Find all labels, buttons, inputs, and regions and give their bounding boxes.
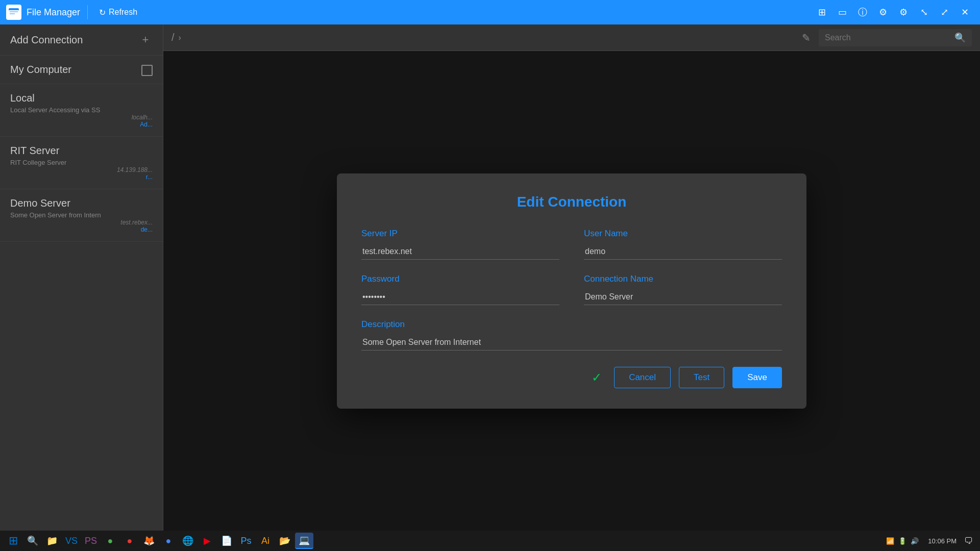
password-field: Password bbox=[361, 274, 559, 305]
user-name-field: User Name bbox=[584, 229, 782, 260]
my-computer-label: My Computer bbox=[10, 64, 71, 76]
server-ip-field: Server IP bbox=[361, 229, 559, 260]
search-taskbar-button[interactable]: 🔍 bbox=[23, 533, 42, 549]
test-button[interactable]: Test bbox=[679, 367, 724, 388]
taskbar-app-file-explorer[interactable]: 📁 bbox=[43, 533, 61, 549]
taskbar-app-ps[interactable]: PS bbox=[82, 533, 100, 549]
content-toolbar: / › ✎ 🔍 bbox=[163, 24, 980, 51]
cancel-button[interactable]: Cancel bbox=[614, 367, 671, 388]
description-input[interactable] bbox=[361, 335, 782, 350]
dialog-grid: Server IP User Name Password bbox=[361, 229, 782, 305]
taskbar-app-photoshop[interactable]: Ps bbox=[237, 533, 255, 549]
connection-name-label: Connection Name bbox=[584, 274, 782, 284]
taskbar-app-edge[interactable]: 🌐 bbox=[179, 533, 197, 549]
breadcrumb-arrow: › bbox=[179, 33, 181, 42]
rit-detail2: r... bbox=[10, 173, 153, 181]
sidebar-item-rit-server[interactable]: RIT Server RIT College Server 14.139.188… bbox=[0, 137, 163, 189]
window-icon-btn[interactable]: ▭ bbox=[833, 3, 851, 21]
rit-title: RIT Server bbox=[10, 145, 59, 157]
password-input[interactable] bbox=[361, 289, 559, 305]
modal-overlay: Edit Connection Server IP User Name bbox=[163, 51, 980, 531]
edit-icon[interactable]: ✎ bbox=[802, 32, 811, 44]
taskbar-app-green[interactable]: ● bbox=[101, 533, 119, 549]
gear-icon-btn-1[interactable]: ⚙ bbox=[874, 3, 892, 21]
compress-icon-btn[interactable]: ⤡ bbox=[915, 3, 933, 21]
taskbar-app-firefox[interactable]: 🦊 bbox=[140, 533, 158, 549]
close-button[interactable]: ✕ bbox=[955, 3, 974, 21]
title-divider bbox=[87, 5, 88, 19]
local-detail: localh... bbox=[10, 114, 153, 121]
server-ip-input[interactable] bbox=[361, 244, 559, 260]
demo-header: Demo Server bbox=[10, 197, 153, 209]
add-connection-item[interactable]: Add Connection + bbox=[0, 24, 163, 56]
user-name-label: User Name bbox=[584, 229, 782, 239]
connection-name-input[interactable] bbox=[584, 289, 782, 305]
info-icon-btn[interactable]: ⓘ bbox=[853, 3, 872, 21]
search-icon: 🔍 bbox=[954, 32, 966, 43]
edit-connection-dialog: Edit Connection Server IP User Name bbox=[337, 173, 806, 409]
notification-icon[interactable]: 🗨 bbox=[962, 534, 976, 548]
gear-icon-btn-2[interactable]: ⚙ bbox=[894, 3, 913, 21]
demo-detail: test.rebex... bbox=[10, 219, 153, 226]
sidebar: Add Connection + My Computer Local Local… bbox=[0, 24, 163, 531]
add-connection-header: Add Connection + bbox=[10, 33, 153, 47]
taskbar-app-vs[interactable]: VS bbox=[62, 533, 81, 549]
taskbar-app-file-manager[interactable]: 💻 bbox=[295, 533, 313, 549]
password-label: Password bbox=[361, 274, 559, 284]
save-button[interactable]: Save bbox=[732, 367, 782, 388]
grid-icon-btn[interactable]: ⊞ bbox=[813, 3, 831, 21]
taskbar-app-pdf[interactable]: 📄 bbox=[217, 533, 236, 549]
title-bar-left: File Manager ↻ Refresh bbox=[6, 5, 804, 20]
demo-title: Demo Server bbox=[10, 197, 70, 209]
taskbar-app-red[interactable]: ● bbox=[120, 533, 139, 549]
breadcrumb-slash: / bbox=[172, 32, 175, 43]
start-button[interactable]: ⊞ bbox=[4, 533, 22, 549]
taskbar-app-illustrator[interactable]: Ai bbox=[256, 533, 275, 549]
my-computer-header: My Computer bbox=[10, 64, 153, 76]
rit-subtitle: RIT College Server bbox=[10, 159, 153, 166]
battery-icon[interactable]: 🔋 bbox=[898, 537, 906, 545]
search-box[interactable]: 🔍 bbox=[819, 29, 972, 46]
refresh-label: Refresh bbox=[109, 8, 137, 17]
local-detail2: Ad... bbox=[10, 121, 153, 128]
sidebar-item-local[interactable]: Local Local Server Accessing via SS loca… bbox=[0, 84, 163, 137]
sidebar-item-my-computer[interactable]: My Computer bbox=[0, 56, 163, 84]
description-label: Description bbox=[361, 319, 782, 330]
maximize-icon-btn[interactable]: ⤢ bbox=[935, 3, 953, 21]
content-area: / › ✎ 🔍 Edit Connection Server IP bbox=[163, 24, 980, 531]
content-body: Edit Connection Server IP User Name bbox=[163, 51, 980, 531]
add-connection-label: Add Connection bbox=[10, 34, 83, 46]
taskbar-sys-icons: 📶 🔋 🔊 bbox=[882, 537, 923, 545]
sidebar-item-demo-server[interactable]: Demo Server Some Open Server from Intern… bbox=[0, 189, 163, 242]
taskbar-apps: 📁 VS PS ● ● 🦊 ● 🌐 ▶ 📄 Ps Ai 📂 💻 bbox=[43, 533, 313, 549]
title-bar: File Manager ↻ Refresh ⊞ ▭ ⓘ ⚙ ⚙ ⤡ ⤢ ✕ bbox=[0, 0, 980, 24]
check-icon: ✓ bbox=[592, 370, 602, 385]
rit-detail: 14.139.188... bbox=[10, 166, 153, 173]
local-header: Local bbox=[10, 92, 153, 104]
dialog-title: Edit Connection bbox=[361, 194, 782, 210]
volume-icon[interactable]: 🔊 bbox=[911, 537, 919, 545]
app-title: File Manager bbox=[27, 7, 80, 18]
refresh-icon: ↻ bbox=[99, 8, 106, 17]
connection-name-field: Connection Name bbox=[584, 274, 782, 305]
add-connection-plus-icon[interactable]: + bbox=[138, 33, 153, 47]
description-field: Description bbox=[361, 319, 782, 350]
main-layout: Add Connection + My Computer Local Local… bbox=[0, 24, 980, 531]
wifi-icon[interactable]: 📶 bbox=[886, 537, 894, 545]
refresh-button[interactable]: ↻ Refresh bbox=[95, 6, 141, 19]
local-subtitle: Local Server Accessing via SS bbox=[10, 106, 153, 114]
local-title: Local bbox=[10, 92, 35, 104]
app-icon bbox=[6, 5, 21, 20]
taskbar: ⊞ 🔍 📁 VS PS ● ● 🦊 ● 🌐 ▶ 📄 Ps Ai 📂 💻 📶 🔋 … bbox=[0, 531, 980, 551]
svg-rect-2 bbox=[10, 11, 18, 12]
taskbar-app-media[interactable]: ▶ bbox=[198, 533, 216, 549]
taskbar-app-chrome[interactable]: ● bbox=[159, 533, 178, 549]
search-input[interactable] bbox=[825, 33, 950, 42]
server-ip-label: Server IP bbox=[361, 229, 559, 239]
my-computer-icon bbox=[141, 65, 153, 76]
taskbar-app-folder2[interactable]: 📂 bbox=[276, 533, 294, 549]
taskbar-time: 10:06 PM bbox=[924, 537, 961, 545]
demo-detail2: de... bbox=[10, 226, 153, 233]
user-name-input[interactable] bbox=[584, 244, 782, 260]
demo-subtitle: Some Open Server from Intern bbox=[10, 211, 153, 219]
